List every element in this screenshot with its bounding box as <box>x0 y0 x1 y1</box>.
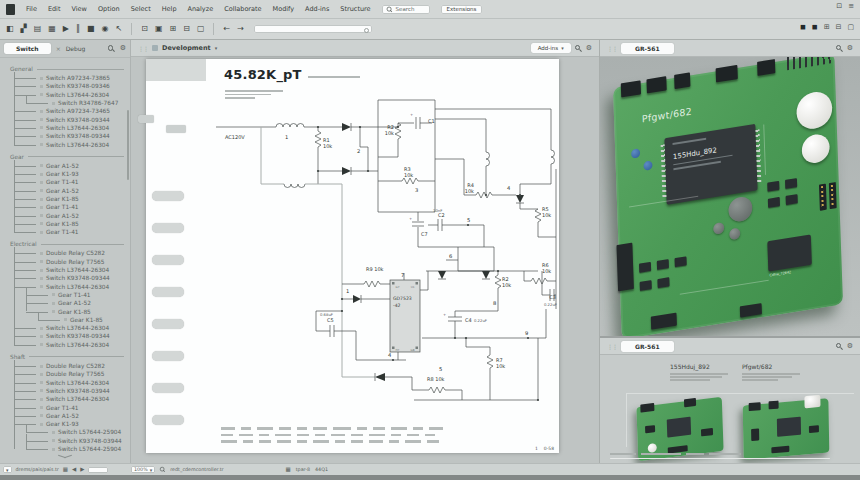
tree-item[interactable]: Switch K93748-09344 <box>14 132 130 140</box>
board-card[interactable]: 155Hduj_892 <box>670 363 736 381</box>
tree-item[interactable]: Gear K1-85 <box>14 316 130 324</box>
gear-icon[interactable]: ⚙ <box>586 45 592 52</box>
tree-item[interactable]: Switch L37644-26304 <box>14 395 130 403</box>
center-tab-label[interactable]: Development <box>162 44 211 52</box>
tab-gr-561[interactable]: GR-561 <box>621 341 674 352</box>
grid-icon[interactable]: ▦ <box>63 467 68 473</box>
tree-item[interactable]: Switch L37644-26304 <box>14 91 130 99</box>
tree-item[interactable]: Gear T1-41 <box>14 203 130 211</box>
tree-item[interactable]: Gear T1-41 <box>14 178 130 186</box>
grid-icon[interactable]: ▦ <box>286 467 291 473</box>
sidebar-scrollbar[interactable] <box>127 110 129 180</box>
tree-item[interactable]: Switch L57644-25904 <box>14 428 130 436</box>
zoom-out-icon[interactable]: ⊟ <box>836 24 842 31</box>
shape-tool-icon[interactable]: ◧ <box>6 25 14 33</box>
tree-item[interactable]: Gear K1-85 <box>14 307 130 315</box>
tab-gr-561[interactable]: GR-561 <box>621 43 674 54</box>
tree-item[interactable]: Gear A1-52 <box>14 211 130 219</box>
copy-sheet-icon[interactable]: ▣ <box>155 25 163 33</box>
list-icon[interactable]: ≡ <box>848 3 854 10</box>
tree-item[interactable]: Gear A1-52 <box>14 412 130 420</box>
tree-item[interactable]: Gear K1-93 <box>14 170 130 178</box>
status-input[interactable] <box>88 467 108 473</box>
tree-item[interactable]: Switch K93748-09346 <box>14 82 130 90</box>
tab-switch[interactable]: Switch <box>4 43 51 54</box>
tree-item[interactable]: Gear T1-41 <box>14 228 130 236</box>
menu-item[interactable]: View <box>71 5 86 13</box>
tree-item[interactable]: Switch K93748-03944 <box>14 437 130 445</box>
tree-item[interactable]: Double Relay T7565 <box>14 370 130 378</box>
tree-item[interactable]: Switch L37644-26304 <box>14 266 130 274</box>
tree-item[interactable]: Switch L37644-26304 <box>14 124 130 132</box>
menu-item[interactable]: Option <box>98 5 120 13</box>
export-icon[interactable]: ⊟ <box>183 25 190 33</box>
search-input[interactable]: Search <box>382 5 430 14</box>
extensions-button[interactable]: Extensions <box>441 5 483 14</box>
tree-item[interactable]: Gear A1-52 <box>14 187 130 195</box>
record-icon[interactable]: ◉ <box>102 25 109 33</box>
menu-item[interactable]: File <box>26 5 37 13</box>
gear-icon[interactable]: ⚙ <box>847 343 853 350</box>
board-card[interactable]: Pfgwt/682 <box>742 363 808 381</box>
component-tool-icon[interactable]: ▞ <box>21 25 27 33</box>
tree-item[interactable]: Switch A97234-73465 <box>14 107 130 115</box>
ic-chip[interactable] <box>390 280 420 352</box>
search-icon[interactable] <box>836 45 843 52</box>
search-icon[interactable] <box>108 45 115 52</box>
tree-item[interactable]: Double Relay C5282 <box>14 249 130 257</box>
gear-icon[interactable]: ⚙ <box>847 45 853 52</box>
layout-icon[interactable]: ⊡ <box>836 3 842 10</box>
tree-item[interactable]: Double Relay T7565 <box>14 258 130 266</box>
close-icon[interactable]: × <box>56 45 61 52</box>
menu-item[interactable]: Help <box>162 5 177 13</box>
menu-item[interactable]: Analyze <box>188 5 214 13</box>
save-icon[interactable]: ▤ <box>34 25 42 33</box>
run-icon[interactable]: ▶ <box>63 25 69 33</box>
tree-item[interactable]: Gear T1-41 <box>14 291 130 299</box>
menu-item[interactable]: Collaborate <box>224 5 261 13</box>
trash-icon[interactable]: ▢ <box>847 24 854 31</box>
zoom-select[interactable]: 100% ▾ <box>131 466 155 473</box>
tree-item[interactable]: Switch L57644-25904 <box>14 445 130 451</box>
expand-chevron-icon[interactable] <box>58 454 72 460</box>
forward-icon[interactable]: → <box>237 25 244 33</box>
package-icon[interactable]: ◼ <box>812 24 818 31</box>
zoom-in-icon[interactable]: ⊞ <box>824 24 830 31</box>
menu-item[interactable]: Select <box>131 5 151 13</box>
menu-item[interactable]: Add-ins <box>305 5 329 13</box>
chevron-down-icon[interactable]: ▾ <box>215 45 218 51</box>
tree-item[interactable]: Switch L37644-26304 <box>14 379 130 387</box>
tree-item[interactable]: Switch L37644-26304 <box>14 341 130 349</box>
tree-item[interactable]: Switch L37644-26304 <box>14 283 130 291</box>
address-input[interactable] <box>254 25 372 33</box>
prev-icon[interactable]: ◀ <box>72 467 76 473</box>
device-icon[interactable]: ◼ <box>800 24 806 31</box>
grid-view-icon[interactable]: ▦ <box>48 25 56 33</box>
tree-item[interactable]: Switch K93748-09344 <box>14 115 130 123</box>
mode-select[interactable]: ▾ <box>3 466 12 473</box>
tree-item[interactable]: Switch L37644-26304 <box>14 140 130 148</box>
pcb-board-3d[interactable]: Pfgwt/682 155Hdu_892 <box>613 57 843 336</box>
new-file-icon[interactable]: ▢ <box>197 25 205 33</box>
search-icon[interactable] <box>575 45 582 52</box>
tree-item[interactable]: Switch K93748-09344 <box>14 274 130 282</box>
import-icon[interactable]: ⊞ <box>170 25 177 33</box>
tab-debug[interactable]: Debug <box>66 45 86 52</box>
menu-item[interactable]: Modify <box>273 5 295 13</box>
pcb-3d-viewport[interactable]: Pfgwt/682 155Hdu_892 <box>600 57 860 336</box>
tree-item[interactable]: Gear T1-41 <box>14 403 130 411</box>
next-icon[interactable]: ▶ <box>80 467 84 473</box>
tree-item[interactable]: Switch K93748-09344 <box>14 332 130 340</box>
addins-button[interactable]: Add-ins ▾ <box>531 43 571 53</box>
menu-item[interactable]: Structure <box>340 5 370 13</box>
pause-icon[interactable]: ‖ <box>76 25 80 33</box>
schematic-canvas[interactable]: 45.82K_pT <box>146 59 559 453</box>
tree-item[interactable]: Switch R34786-7647 <box>14 99 130 107</box>
board-thumbnail[interactable] <box>739 398 839 460</box>
tree-item[interactable]: Gear K1-93 <box>14 420 130 428</box>
menu-item[interactable]: Edit <box>48 5 61 13</box>
gear-icon[interactable]: ⚙ <box>120 45 126 52</box>
window-split-icon[interactable]: ⊡ <box>141 25 148 33</box>
tree-item[interactable]: Gear A1-52 <box>14 162 130 170</box>
tree-item[interactable]: Gear K1-85 <box>14 195 130 203</box>
